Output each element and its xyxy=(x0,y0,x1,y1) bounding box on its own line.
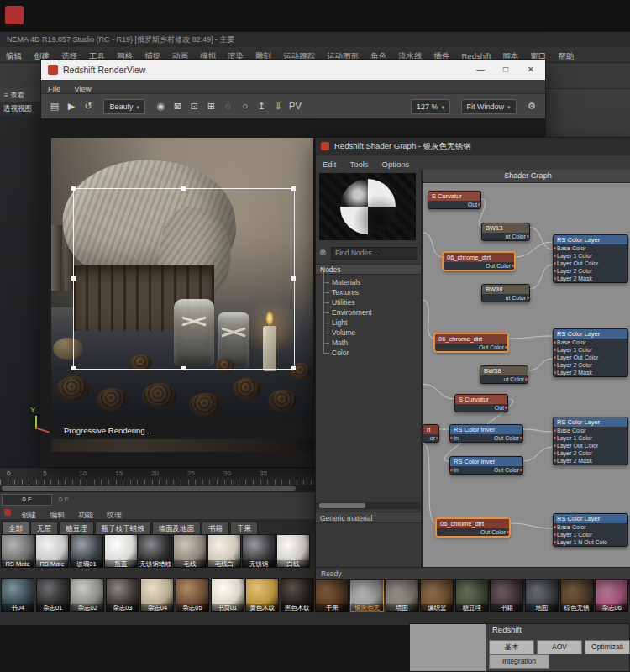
close-button[interactable]: ✕ xyxy=(518,60,543,80)
material-tab-6[interactable]: 书籍 xyxy=(202,522,229,535)
sidebar-scroll-thumb[interactable] xyxy=(319,503,365,508)
compare-icon[interactable]: ○ xyxy=(238,98,251,113)
find-nodes-input[interactable]: Find Nodes... xyxy=(331,247,417,260)
node-category-environment[interactable]: Environment xyxy=(321,307,417,318)
material-item[interactable]: 书籍 xyxy=(490,578,523,618)
material-tab-1[interactable]: 全部 xyxy=(2,522,29,535)
material-item[interactable]: 无锈钢 xyxy=(242,534,276,575)
zoom-select[interactable]: 127 %▾ xyxy=(411,99,450,114)
material-item[interactable]: 棕色无锈 xyxy=(560,578,594,618)
material-tab-5[interactable]: 墙面及地面 xyxy=(152,522,202,535)
node-category-materials[interactable]: Materials xyxy=(321,277,417,287)
save-image-icon[interactable]: ⇓ xyxy=(271,98,285,113)
material-item[interactable]: 杂志04 xyxy=(140,578,174,618)
graph-node-bw38-2[interactable]: BW38ut Color xyxy=(480,365,528,384)
material-item[interactable]: 杂志06 xyxy=(595,578,628,618)
material-item[interactable]: 墙面 xyxy=(386,578,419,618)
node-category-light[interactable]: Light xyxy=(321,318,417,328)
shader-graph-statusbar: Ready xyxy=(316,567,630,579)
graph-node-node-stub[interactable]: rtor xyxy=(423,424,439,443)
rs-tab-1[interactable]: 基本 xyxy=(489,640,534,654)
lock-icon[interactable]: ⊡ xyxy=(187,98,201,113)
material-item[interactable]: 瓶盖 xyxy=(104,534,138,575)
node-category-math[interactable]: Math xyxy=(321,338,417,348)
main-menu-1[interactable]: 编辑 xyxy=(0,49,28,64)
material-item[interactable]: 无锈钢蜡烛 xyxy=(139,534,172,575)
graph-node-color-layer-2[interactable]: RS Color LayerBase ColorLayer 1 ColorLay… xyxy=(553,328,628,377)
current-frame-field[interactable]: 0 F xyxy=(2,494,52,506)
picture-viewer-icon[interactable]: PV xyxy=(288,98,302,113)
viewport-tab[interactable]: ≡ 查看 xyxy=(0,88,44,102)
export-icon[interactable]: ↥ xyxy=(255,98,268,113)
redshift-settings-panel: Redshift 基本AOVOptimizati Integration xyxy=(409,623,630,672)
node-category-color[interactable]: Color xyxy=(321,348,417,358)
material-item[interactable]: 毛线 xyxy=(173,534,207,575)
zoom-value: 127 % xyxy=(417,102,438,111)
aov-channel-icon[interactable]: ◉ xyxy=(154,98,167,113)
node-category-utilities[interactable]: Utilities xyxy=(321,297,417,307)
material-item[interactable]: 书04 xyxy=(1,578,34,618)
material-item[interactable]: 白线 xyxy=(276,534,310,575)
graph-node-chrome-dirt-3[interactable]: 06_chrome_dirtOut Color xyxy=(436,518,510,537)
material-item[interactable]: 干果 xyxy=(315,578,349,618)
graph-node-curvature-2[interactable]: S CurvaturOut xyxy=(454,394,508,412)
grid-icon[interactable]: ⊞ xyxy=(204,98,218,113)
main-menu-19[interactable]: 帮助 xyxy=(552,49,580,64)
snapshot-icon[interactable]: ◌ xyxy=(221,98,234,113)
sidebar-scrollbar[interactable] xyxy=(316,502,421,509)
graph-node-color-invert-1[interactable]: RS Color InverInOut Color xyxy=(449,424,523,443)
material-tab-7[interactable]: 干果 xyxy=(230,522,258,535)
material-item[interactable]: 银灰色无 xyxy=(350,578,384,618)
node-layer: S CurvaturOutBW13ut Color06_chrome_dirtO… xyxy=(423,182,630,567)
display-mode-select[interactable]: Beauty▾ xyxy=(103,99,145,114)
render-region-marquee[interactable] xyxy=(73,188,295,370)
play-icon[interactable]: ▶ xyxy=(65,98,78,113)
material-item[interactable]: 糖豆埋 xyxy=(455,578,489,618)
rs-tab-2[interactable]: AOV xyxy=(537,640,582,654)
generic-material-header[interactable]: Generic material xyxy=(316,512,421,523)
graph-node-chrome-dirt-1[interactable]: 06_chrome_dirtOut Color xyxy=(443,252,515,270)
graph-node-curvature-1[interactable]: S CurvaturOut xyxy=(428,191,481,209)
material-item[interactable]: 玻璃01 xyxy=(70,534,103,575)
material-tab-3[interactable]: 糖豆埋 xyxy=(59,522,94,535)
clear-search-icon[interactable]: ⊗ xyxy=(319,248,326,257)
material-item[interactable]: RS Mate xyxy=(1,534,34,575)
material-item[interactable]: 毛线白 xyxy=(207,534,241,575)
rendered-scene[interactable] xyxy=(51,138,313,421)
gear-icon[interactable]: ⚙ xyxy=(525,98,538,113)
restart-render-icon[interactable]: ↺ xyxy=(81,98,95,113)
graph-node-color-layer-1[interactable]: RS Color LayerBase ColorLayer 1 ColorLay… xyxy=(553,234,628,283)
material-item[interactable]: RS Mate xyxy=(35,534,69,575)
material-item[interactable]: 杂志01 xyxy=(36,578,70,618)
node-category-volume[interactable]: Volume xyxy=(321,328,417,338)
graph-node-chrome-dirt-2[interactable]: 06_chrome_dirtOut Color xyxy=(434,333,508,352)
graph-node-color-layer-4[interactable]: RS Color LayerBase ColorLayer 1 ColorLay… xyxy=(553,513,628,547)
graph-node-color-invert-2[interactable]: RS Color InverInOut Color xyxy=(449,456,523,475)
material-item[interactable]: 编织篮 xyxy=(420,578,454,618)
material-item[interactable]: 书页01 xyxy=(211,578,244,618)
material-item[interactable]: 杂志03 xyxy=(106,578,139,618)
rs-tab-3[interactable]: Optimizati xyxy=(585,640,630,654)
material-item[interactable]: 黄色木纹 xyxy=(245,578,279,618)
minimize-button[interactable]: — xyxy=(468,60,493,80)
tab-integration[interactable]: Integration xyxy=(489,654,549,669)
graph-node-color-layer-3[interactable]: RS Color LayerBase ColorLayer 1 ColorLay… xyxy=(553,417,628,465)
material-item[interactable]: 杂志05 xyxy=(176,578,209,618)
graph-node-bw38-1[interactable]: BW38ut Color xyxy=(481,284,530,302)
renderview-titlebar[interactable]: Redshift RenderView — □ ✕ xyxy=(41,60,545,80)
node-port-row: Base Color xyxy=(554,523,627,531)
material-tab-4[interactable]: 瓶子枝干蜡烛 xyxy=(95,522,151,535)
node-canvas[interactable]: Shader Graph S CurvaturOutBW13ut Color06… xyxy=(423,170,630,567)
material-item[interactable]: 杂志02 xyxy=(71,578,104,618)
region-render-icon[interactable]: ⊠ xyxy=(171,98,184,113)
fit-select[interactable]: Fit Window▾ xyxy=(461,99,517,114)
graph-node-bw13[interactable]: BW13ut Color xyxy=(481,223,530,241)
material-tab-2[interactable]: 无层 xyxy=(30,522,58,535)
shader-graph-titlebar[interactable]: Redshift Shader Graph - 银灰色无锈钢 xyxy=(316,138,630,155)
render-display-icon[interactable]: ▤ xyxy=(48,98,61,113)
material-item[interactable]: 地面 xyxy=(525,578,559,618)
maximize-button[interactable]: □ xyxy=(493,60,518,80)
node-category-textures[interactable]: Textures xyxy=(321,287,417,297)
timeline-scroll-thumb[interactable] xyxy=(2,486,296,491)
material-item[interactable]: 黑色木纹 xyxy=(281,578,314,618)
